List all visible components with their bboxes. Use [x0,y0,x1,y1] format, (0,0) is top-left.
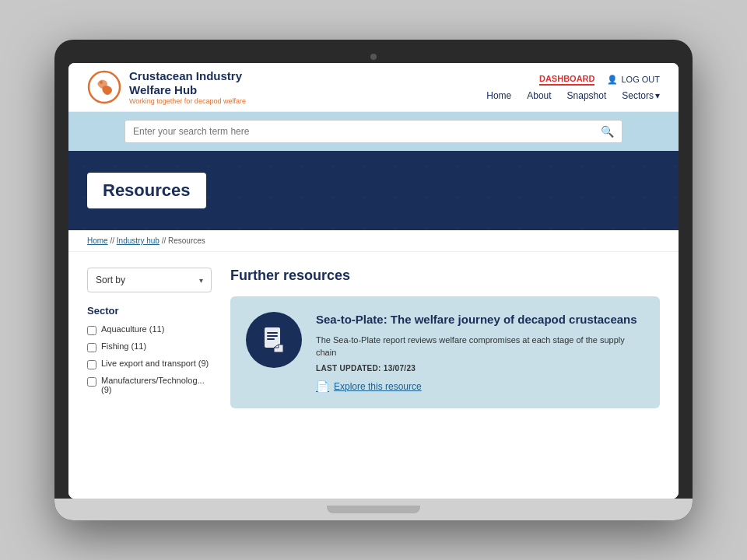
main-content: Sort by ▾ Sector Aquaculture (11) Fishin… [68,252,679,499]
document-link-icon: 📄 [316,380,329,393]
breadcrumb: Home // Industry hub // Resources [68,230,679,252]
logo-icon [87,70,121,104]
filter-fishing-label: Fishing (11) [101,341,146,351]
search-input-wrap: 🔍 [124,120,622,143]
user-icon: 👤 [607,75,618,85]
chevron-down-icon: ▾ [655,90,660,101]
explore-link-label: Explore this resource [334,381,422,392]
filter-live-export-label: Live export and transport (9) [101,359,209,368]
search-button[interactable]: 🔍 [601,125,614,138]
sort-by-label: Sort by [96,275,125,285]
nav-about[interactable]: About [527,90,551,101]
resources-title-box: Resources [87,173,206,208]
laptop-base-notch [327,506,420,513]
card-content: Sea-to-Plate: The welfare journey of dec… [316,312,644,393]
logo-text: Crustacean Industry Welfare Hub Working … [129,69,246,105]
card-last-updated: LAST UPDATED: 13/07/23 [316,364,644,373]
svg-point-1 [100,81,103,84]
filter-fishing: Fishing (11) [87,341,212,352]
site-wrapper: Crustacean Industry Welfare Hub Working … [68,63,679,499]
dashboard-link[interactable]: DASHBOARD [539,74,595,86]
page-title: Resources [103,180,191,201]
checkbox-aquaculture[interactable] [87,326,96,335]
laptop-device: Crustacean Industry Welfare Hub Working … [54,40,693,520]
checkbox-manufacturers[interactable] [87,377,96,387]
breadcrumb-home[interactable]: Home [87,236,108,245]
laptop-camera [68,54,679,60]
nav-top-links: DASHBOARD 👤 LOG OUT [539,74,660,86]
resource-card: Sea-to-Plate: The welfare journey of dec… [230,296,660,408]
sidebar: Sort by ▾ Sector Aquaculture (11) Fishin… [87,268,212,499]
svg-rect-5 [267,338,275,340]
nav-right: DASHBOARD 👤 LOG OUT Home About Snapshot … [486,74,660,101]
document-icon [260,326,288,354]
logout-link[interactable]: 👤 LOG OUT [607,75,660,85]
logo-title: Crustacean Industry Welfare Hub [129,69,246,97]
section-title: Further resources [230,268,660,284]
chevron-down-icon: ▾ [199,276,203,285]
card-title: Sea-to-Plate: The welfare journey of dec… [316,312,644,327]
explore-resource-link[interactable]: 📄 Explore this resource [316,380,644,393]
logo-tagline: Working together for decapod welfare [129,97,246,105]
checkbox-fishing[interactable] [87,343,96,352]
nav-snapshot[interactable]: Snapshot [567,90,607,101]
breadcrumb-current: Resources [168,236,205,245]
logo-area: Crustacean Industry Welfare Hub Working … [87,69,246,105]
top-navigation: Crustacean Industry Welfare Hub Working … [68,63,679,112]
svg-rect-3 [267,332,278,334]
sector-heading: Sector [87,305,212,317]
nav-main-links: Home About Snapshot Sectors ▾ [486,90,660,101]
filter-aquaculture: Aquaculture (11) [87,324,212,335]
hero-banner: Resources [68,151,679,230]
filter-manufacturers-label: Manufacturers/Technolog... (9) [101,376,212,394]
breadcrumb-industry-hub[interactable]: Industry hub [117,236,160,245]
sort-dropdown[interactable]: Sort by ▾ [87,268,212,292]
nav-sectors[interactable]: Sectors ▾ [622,90,660,101]
card-description: The Sea-to-Plate report reviews welfare … [316,334,644,359]
filter-aquaculture-label: Aquaculture (11) [101,324,164,334]
nav-home[interactable]: Home [486,90,511,101]
card-icon-wrap [246,312,302,368]
checkbox-live-export[interactable] [87,360,96,369]
laptop-base [54,499,693,520]
resources-area: Further resources [230,268,660,499]
filter-live-export: Live export and transport (9) [87,359,212,369]
search-input[interactable] [133,126,601,137]
filter-manufacturers: Manufacturers/Technolog... (9) [87,376,212,394]
laptop-screen: Crustacean Industry Welfare Hub Working … [68,63,679,499]
search-bar: 🔍 [68,112,679,151]
svg-rect-4 [267,335,278,337]
